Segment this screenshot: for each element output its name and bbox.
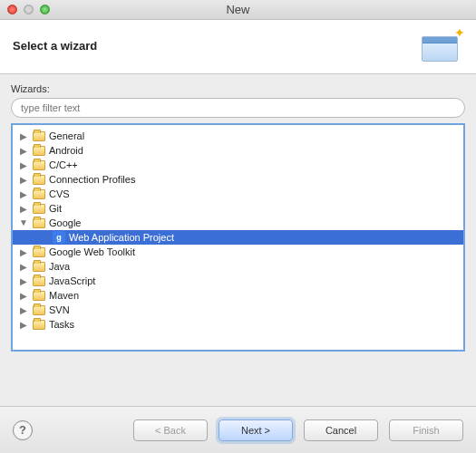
tree-item-label: Java	[49, 261, 70, 272]
chevron-right-icon[interactable]: ▶	[18, 276, 29, 286]
chevron-right-icon[interactable]: ▶	[18, 204, 29, 214]
wizard-tree[interactable]: ▶General▶Android▶C/C++▶Connection Profil…	[11, 123, 465, 352]
chevron-right-icon[interactable]: ▶	[18, 189, 29, 199]
folder-icon	[33, 175, 45, 185]
folder-icon	[33, 247, 45, 257]
help-icon[interactable]: ?	[13, 420, 33, 440]
folder-icon	[33, 276, 45, 286]
page-title: Select a wizard	[13, 39, 97, 53]
google-icon: g	[53, 231, 65, 244]
tree-item[interactable]: ▶Git	[13, 201, 463, 216]
wizard-banner-icon: ✦	[416, 27, 463, 65]
folder-icon	[33, 131, 45, 141]
tree-item-label: CVS	[49, 188, 70, 199]
chevron-right-icon[interactable]: ▶	[18, 131, 29, 141]
tree-item-label: Google	[49, 217, 81, 228]
tree-item-label: SVN	[49, 304, 70, 315]
chevron-right-icon[interactable]: ▶	[18, 160, 29, 170]
next-button[interactable]: Next >	[219, 419, 293, 441]
folder-icon	[33, 218, 45, 228]
tree-item[interactable]: ▶CVS	[13, 187, 463, 201]
tree-item[interactable]: ▶Connection Profiles	[13, 172, 463, 187]
tree-item-label: Maven	[49, 290, 79, 301]
tree-item[interactable]: ▶C/C++	[13, 158, 463, 172]
chevron-right-icon[interactable]: ▶	[18, 146, 29, 156]
chevron-right-icon[interactable]: ▶	[18, 291, 29, 301]
chevron-right-icon[interactable]: ▶	[18, 305, 29, 315]
wizards-label: Wizards:	[11, 83, 465, 94]
chevron-right-icon[interactable]: ▶	[18, 320, 29, 330]
chevron-down-icon[interactable]: ▼	[18, 217, 29, 227]
folder-icon	[33, 291, 45, 301]
window-title: New	[0, 3, 476, 16]
tree-item-label: Connection Profiles	[49, 174, 135, 185]
tree-item[interactable]: ▶Tasks	[13, 317, 463, 332]
folder-icon	[33, 204, 45, 214]
tree-item[interactable]: ▶JavaScript	[13, 274, 463, 288]
dialog-header: Select a wizard ✦	[0, 20, 476, 74]
folder-icon	[33, 189, 45, 199]
tree-item-label: JavaScript	[49, 275, 95, 286]
filter-input[interactable]	[11, 98, 465, 118]
tree-item-label: Android	[49, 145, 83, 156]
tree-item[interactable]: ▶Java	[13, 259, 463, 274]
chevron-right-icon[interactable]: ▶	[18, 247, 29, 257]
tree-item-label: Git	[49, 203, 62, 214]
tree-item-label: Web Application Project	[69, 232, 174, 243]
tree-item[interactable]: ▶Android	[13, 143, 463, 158]
tree-item[interactable]: ▼Google	[13, 216, 463, 230]
folder-icon	[33, 146, 45, 156]
tree-item-label: Google Web Toolkit	[49, 246, 135, 257]
dialog-footer: ? < Back Next > Cancel Finish	[0, 406, 476, 453]
back-button: < Back	[133, 419, 208, 441]
folder-icon	[33, 305, 45, 315]
chevron-right-icon[interactable]: ▶	[18, 262, 29, 272]
cancel-button[interactable]: Cancel	[304, 419, 378, 441]
folder-icon	[33, 160, 45, 170]
tree-item[interactable]: ▶Maven	[13, 288, 463, 303]
tree-item-label: C/C++	[49, 159, 78, 170]
tree-item-label: General	[49, 130, 84, 141]
folder-icon	[33, 262, 45, 272]
tree-item[interactable]: ▶SVN	[13, 303, 463, 317]
tree-item[interactable]: ▶Google Web Toolkit	[13, 245, 463, 259]
titlebar: New	[0, 0, 476, 20]
tree-item[interactable]: gWeb Application Project	[13, 230, 463, 245]
tree-item-label: Tasks	[49, 319, 74, 330]
tree-item[interactable]: ▶General	[13, 129, 463, 143]
folder-icon	[33, 320, 45, 330]
finish-button: Finish	[389, 419, 463, 441]
chevron-right-icon[interactable]: ▶	[18, 175, 29, 185]
